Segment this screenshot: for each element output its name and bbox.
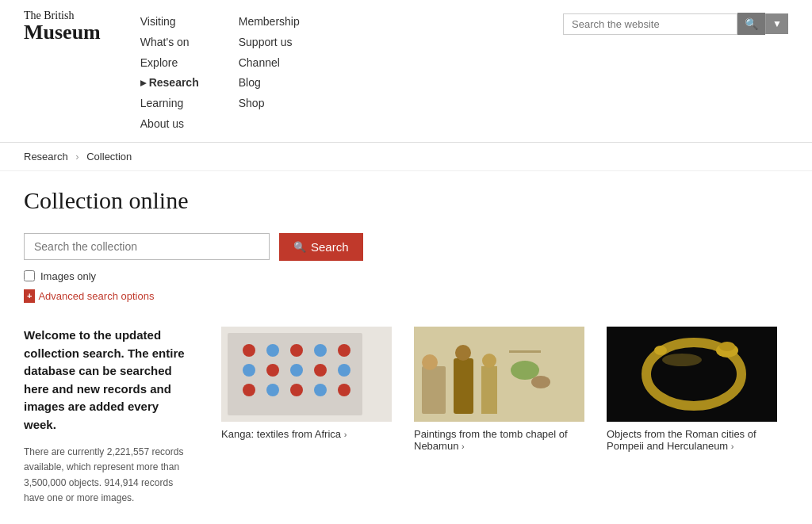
svg-point-25: [531, 376, 550, 388]
svg-rect-26: [509, 350, 541, 353]
nav-about-us[interactable]: About us: [140, 115, 199, 134]
nav-col-2: Membership Support us Channel Blog Shop: [239, 13, 300, 134]
card-pompeii-image: [607, 327, 777, 422]
svg-point-15: [338, 364, 350, 377]
advanced-search-link[interactable]: + Advanced search options: [24, 289, 154, 303]
header-search: 🔍 ▼: [563, 13, 788, 35]
card-kanga-image: [221, 327, 392, 422]
advanced-search-row: + Advanced search options: [24, 289, 788, 303]
card-kanga: Kanga: textiles from Africa ›: [210, 327, 403, 506]
svg-point-11: [266, 384, 279, 396]
kanga-arrow: ›: [344, 430, 347, 439]
advanced-plus-icon: +: [24, 289, 35, 303]
breadcrumb-research[interactable]: Research: [24, 151, 68, 163]
pompeii-arrow: ›: [731, 442, 734, 451]
search-button-icon: 🔍: [293, 241, 306, 253]
nav-blog[interactable]: Blog: [239, 74, 300, 93]
nav-channel[interactable]: Channel: [239, 54, 300, 73]
card-nebamun-image: [414, 327, 584, 422]
logo-museum: Museum: [24, 21, 101, 44]
svg-point-32: [662, 354, 702, 366]
svg-point-2: [243, 344, 255, 357]
collection-search-button[interactable]: 🔍 Search: [279, 233, 363, 261]
breadcrumb-separator: ›: [75, 151, 79, 163]
svg-point-6: [243, 364, 255, 377]
svg-point-16: [338, 384, 350, 396]
welcome-stats: There are currently 2,221,557 records av…: [24, 445, 194, 506]
search-button-label: Search: [311, 240, 349, 254]
nav-membership[interactable]: Membership: [239, 13, 300, 32]
nav-whats-on[interactable]: What's on: [140, 33, 199, 52]
feature-section: Welcome to the updated collection search…: [24, 327, 788, 506]
collection-search-form: 🔍 Search: [24, 233, 788, 261]
card-nebamun-title[interactable]: Paintings from the tomb chapel of Nebamu…: [414, 428, 584, 452]
nav-shop[interactable]: Shop: [239, 94, 300, 113]
kanga-pattern: [221, 327, 392, 422]
svg-point-21: [455, 345, 471, 361]
svg-rect-18: [422, 366, 446, 414]
svg-point-9: [314, 364, 327, 377]
svg-point-7: [266, 364, 279, 377]
svg-point-5: [314, 344, 327, 357]
svg-point-10: [243, 384, 255, 396]
nav-visiting[interactable]: Visiting: [140, 13, 199, 32]
card-kanga-title[interactable]: Kanga: textiles from Africa ›: [221, 428, 392, 440]
card-pompeii: Objects from the Roman cities of Pompeii…: [596, 327, 788, 506]
svg-rect-20: [454, 358, 473, 414]
images-only-row: Images only: [24, 270, 788, 282]
nav-learning[interactable]: Learning: [140, 94, 199, 113]
nebamun-arrow: ›: [462, 442, 465, 451]
svg-point-14: [338, 344, 350, 357]
nav-col-1: Visiting What's on Explore ▸ Research Le…: [140, 13, 199, 134]
svg-point-3: [266, 344, 279, 357]
main-content: Collection online 🔍 Search Images only +…: [0, 171, 812, 524]
breadcrumb: Research › Collection: [0, 143, 812, 171]
images-only-checkbox[interactable]: [24, 270, 35, 281]
nav-support-us[interactable]: Support us: [239, 33, 300, 52]
header-search-dropdown[interactable]: ▼: [765, 13, 788, 34]
welcome-text: Welcome to the updated collection search…: [24, 327, 210, 506]
svg-point-8: [290, 364, 303, 377]
nav-research[interactable]: ▸ Research: [140, 74, 199, 93]
card-nebamun: Paintings from the tomb chapel of Nebamu…: [403, 327, 596, 506]
collection-search-input[interactable]: [24, 233, 270, 260]
svg-rect-22: [481, 366, 497, 414]
svg-point-30: [719, 342, 735, 351]
svg-point-19: [422, 354, 438, 370]
main-nav: Visiting What's on Explore ▸ Research Le…: [140, 10, 563, 134]
featured-cards: Kanga: textiles from Africa ›: [210, 327, 788, 506]
nav-explore[interactable]: Explore: [140, 54, 199, 73]
svg-point-24: [511, 361, 539, 380]
page-title: Collection online: [24, 187, 788, 214]
website-search-input[interactable]: [563, 13, 737, 35]
svg-point-4: [290, 344, 303, 357]
header: The British Museum Visiting What's on Ex…: [0, 0, 812, 143]
svg-point-13: [314, 384, 327, 396]
svg-point-23: [482, 354, 496, 368]
logo-the: The British: [24, 10, 101, 21]
card-pompeii-title[interactable]: Objects from the Roman cities of Pompeii…: [607, 428, 777, 452]
svg-point-31: [654, 346, 667, 355]
nebamun-pattern: [414, 327, 584, 422]
svg-point-12: [290, 384, 303, 396]
pompeii-pattern: [607, 327, 777, 422]
breadcrumb-collection: Collection: [86, 151, 132, 163]
advanced-search-label: Advanced search options: [38, 290, 154, 302]
welcome-heading: Welcome to the updated collection search…: [24, 327, 194, 434]
website-search-button[interactable]: 🔍: [737, 13, 765, 35]
images-only-label[interactable]: Images only: [40, 270, 96, 282]
logo[interactable]: The British Museum: [24, 10, 101, 44]
